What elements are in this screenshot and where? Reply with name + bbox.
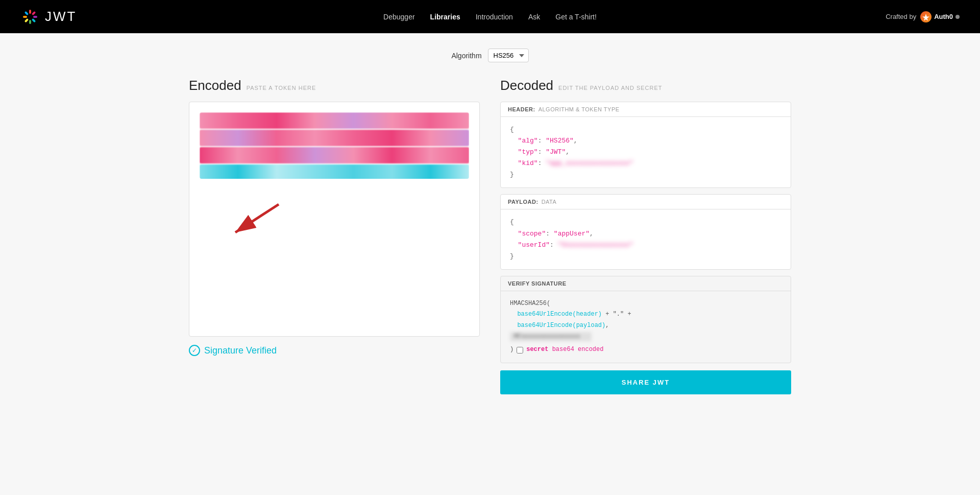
main-nav: Debugger Libraries Introduction Ask Get … [383, 13, 597, 21]
status-dot [955, 15, 960, 19]
svg-rect-1 [29, 10, 31, 14]
header-alg-key: "alg" [518, 137, 538, 145]
encoded-box[interactable] [189, 102, 480, 337]
encoded-title: Encoded [189, 78, 241, 93]
header-typ-value: "JWT" [546, 148, 566, 156]
header-section-body[interactable]: { "alg": "HS256", "typ": "JWT", "kid": "… [501, 117, 791, 187]
header-typ-key: "typ" [518, 148, 538, 156]
payload-subtitle: DATA [542, 199, 557, 205]
verify-body: HMACSHA256( base64UrlEncode(header) + ".… [501, 291, 791, 363]
arrow-icon [220, 199, 281, 240]
base64-payload: base64UrlEncode(payload) [517, 322, 605, 329]
token-row-1 [200, 112, 469, 129]
token-visual [200, 112, 469, 179]
main-content: Algorithm HS256 HS384 HS512 RS256 Encode… [158, 33, 822, 410]
svg-line-10 [235, 204, 279, 232]
auth0-logo-icon [920, 11, 932, 22]
jwt-logo-icon [20, 7, 40, 27]
nav-tshirt[interactable]: Get a T-shirt! [555, 13, 597, 21]
svg-rect-7 [23, 16, 27, 18]
header-section: HEADER: ALGORITHM & TOKEN TYPE { "alg": … [500, 102, 791, 188]
payload-label: PAYLOAD: [508, 199, 538, 205]
payload-userid-key: "userId" [518, 241, 550, 249]
base64-checkbox[interactable] [517, 347, 523, 353]
nav-debugger[interactable]: Debugger [383, 13, 415, 21]
brand-logo[interactable]: JWT [20, 7, 77, 27]
payload-userid-value: "Vxxxxxxxxxxxxxxxx" [558, 240, 633, 251]
arrow-container [220, 199, 281, 242]
decoded-panel: Decoded EDIT THE PAYLOAD AND SECRET HEAD… [500, 78, 791, 394]
token-row-2 [200, 130, 469, 146]
decoded-title: Decoded [500, 78, 553, 93]
header-kid-value: "app_xxxxxxxxxxxxxxxx" [546, 158, 633, 169]
nav-libraries[interactable]: Libraries [430, 13, 460, 21]
payload-section-body[interactable]: { "scope": "appUser", "userId": "Vxxxxxx… [501, 209, 791, 269]
base64-checkbox-label: secret base64 encoded [526, 344, 603, 356]
header-alg-value: "HS256" [546, 137, 574, 145]
auth0-name: Auth0 [934, 13, 953, 20]
header-label: HEADER: [508, 106, 535, 112]
brand-text: JWT [45, 9, 77, 25]
svg-rect-5 [29, 20, 31, 24]
decoded-header: Decoded EDIT THE PAYLOAD AND SECRET [500, 78, 791, 96]
algorithm-select[interactable]: HS256 HS384 HS512 RS256 [488, 49, 529, 62]
signature-verified-text: Signature Verified [204, 345, 277, 356]
payload-section: PAYLOAD: DATA { "scope": "appUser", "use… [500, 194, 791, 269]
secret-input[interactable] [510, 332, 592, 341]
algorithm-row: Algorithm HS256 HS384 HS512 RS256 [189, 49, 791, 62]
token-row-3 [200, 147, 469, 163]
base64-checkbox-row: ) secret base64 encoded [510, 344, 781, 356]
verify-section: VERIFY SIGNATURE HMACSHA256( base64UrlEn… [500, 276, 791, 363]
payload-scope-value: "appUser" [554, 230, 590, 238]
header-subtitle: ALGORITHM & TOKEN TYPE [538, 106, 620, 112]
share-jwt-button[interactable]: SHARE JWT [500, 370, 791, 394]
verify-header: VERIFY SIGNATURE [501, 276, 791, 291]
hmac-func: HMACSHA256( [510, 300, 550, 307]
payload-scope-key: "scope" [518, 230, 546, 238]
algorithm-label: Algorithm [451, 52, 481, 60]
decoded-subtitle: EDIT THE PAYLOAD AND SECRET [558, 85, 662, 91]
nav-introduction[interactable]: Introduction [476, 13, 513, 21]
svg-rect-3 [33, 16, 37, 18]
check-circle-icon: ✓ [189, 345, 200, 356]
payload-section-header: PAYLOAD: DATA [501, 195, 791, 209]
auth0-badge[interactable]: Auth0 [920, 11, 960, 22]
navbar-right: Crafted by Auth0 [886, 11, 960, 22]
encoded-subtitle: PASTE A TOKEN HERE [247, 85, 316, 91]
encoded-panel: Encoded PASTE A TOKEN HERE [189, 78, 480, 356]
nav-ask[interactable]: Ask [528, 13, 540, 21]
navbar: JWT Debugger Libraries Introduction Ask … [0, 0, 980, 33]
crafted-by-text: Crafted by [886, 13, 916, 20]
header-section-header: HEADER: ALGORITHM & TOKEN TYPE [501, 102, 791, 117]
encoded-header: Encoded PASTE A TOKEN HERE [189, 78, 480, 96]
editor-section: Encoded PASTE A TOKEN HERE [189, 78, 791, 394]
base64-header: base64UrlEncode(header) [517, 311, 602, 318]
signature-verified: ✓ Signature Verified [189, 345, 480, 356]
header-kid-key: "kid" [518, 159, 538, 167]
token-row-4 [200, 164, 469, 179]
